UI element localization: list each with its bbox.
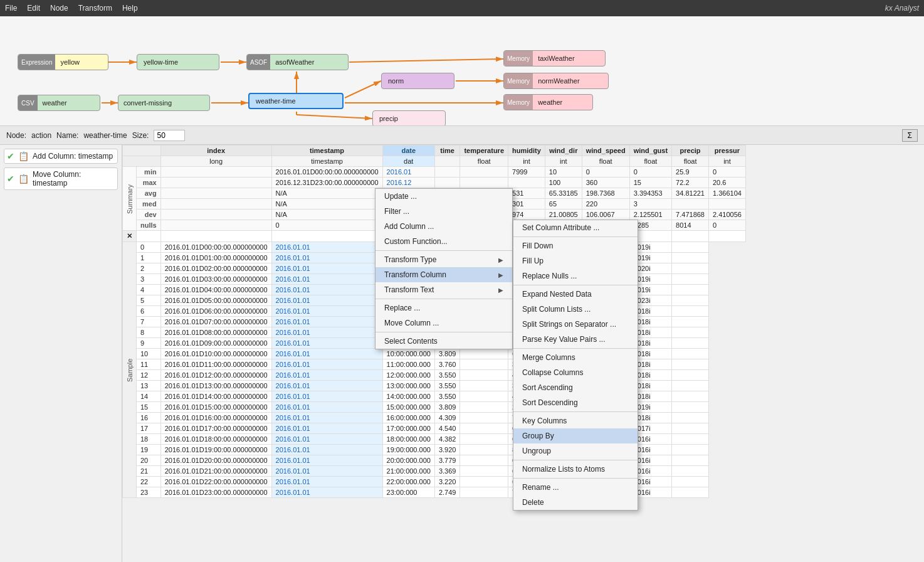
- menu-transform[interactable]: Transform: [78, 4, 112, 13]
- node-weather-time[interactable]: weather-time: [248, 93, 344, 109]
- table-row[interactable]: 212016.01.01D21:00:00.0000000002016.01.0…: [123, 466, 746, 477]
- scmenu-key-columns[interactable]: Key Columns: [513, 413, 638, 428]
- menu-help[interactable]: Help: [122, 4, 138, 13]
- scmenu-normalize-lists[interactable]: Normalize Lists to Atoms: [513, 462, 638, 477]
- cmenu-transform-text[interactable]: Transform Text ▶: [375, 282, 512, 297]
- col-header-index[interactable]: index: [160, 146, 271, 156]
- col-header-humidity[interactable]: humidity: [508, 146, 545, 156]
- table-row[interactable]: 142016.01.01D14:00:00.0000000002016.01.0…: [123, 391, 746, 402]
- col-header-temperature[interactable]: temperature: [460, 146, 508, 156]
- scmenu-delete-label: Delete: [522, 498, 544, 507]
- summary-min-windgust: 0: [629, 167, 671, 178]
- cmenu-filter[interactable]: Filter ...: [375, 204, 512, 219]
- cmenu-sep-3: [375, 332, 512, 332]
- scmenu-merge-columns-label: Merge Columns: [522, 353, 575, 362]
- scmenu-replace-nulls[interactable]: Replace Nulls ...: [513, 268, 638, 284]
- menu-edit[interactable]: Edit: [27, 4, 40, 13]
- size-label-text: Size:: [132, 131, 149, 140]
- node-precip[interactable]: precip: [372, 110, 446, 126]
- node-memory-weather[interactable]: Memory weather: [503, 94, 593, 110]
- summary-max-windgust: 15: [629, 178, 671, 188]
- table-row[interactable]: 202016.01.01D20:00:00.0000000002016.01.0…: [123, 455, 746, 466]
- node-asof-weather[interactable]: ASOF asofWeather: [246, 54, 349, 70]
- scmenu-delete[interactable]: Delete: [513, 495, 638, 510]
- summary-dev-windspeed: 106.0067: [582, 209, 629, 220]
- node-norm[interactable]: norm: [381, 73, 454, 89]
- scmenu-key-columns-label: Key Columns: [522, 416, 567, 425]
- summary-dev-timestamp: N/A: [271, 209, 382, 220]
- cmenu-move-column[interactable]: Move Column ...: [375, 315, 512, 331]
- scmenu-sort-descending[interactable]: Sort Descending: [513, 395, 638, 410]
- col-header-pressur[interactable]: pressur: [709, 146, 746, 156]
- table-row[interactable]: 192016.01.01D19:00:00.0000000002016.01.0…: [123, 445, 746, 455]
- summary-row-min: Summary min 2016.01.01D00:00:00.00000000…: [123, 167, 746, 178]
- col-header-wind-gust[interactable]: wind_gust: [629, 146, 671, 156]
- cmenu-transform-column[interactable]: Transform Column ▶: [375, 267, 512, 282]
- cmenu-add-column[interactable]: Add Column ...: [375, 219, 512, 234]
- table-row[interactable]: 182016.01.01D18:00:00.0000000002016.01.0…: [123, 434, 746, 445]
- table-row[interactable]: 232016.01.01D23:00:00.0000000002016.01.0…: [123, 487, 746, 498]
- size-input[interactable]: [154, 130, 185, 141]
- node-name-taxi-weather: taxiWeather: [533, 53, 580, 63]
- col-header-timestamp[interactable]: timestamp: [271, 146, 382, 156]
- scmenu-rename[interactable]: Rename ...: [513, 480, 638, 495]
- table-row[interactable]: 112016.01.01D11:00:00.0000000002016.01.0…: [123, 359, 746, 370]
- node-name-norm: norm: [382, 76, 409, 86]
- col-header-date[interactable]: date: [382, 146, 434, 156]
- cmenu-select-contents[interactable]: Select Contents: [375, 334, 512, 349]
- col-header-precip[interactable]: precip: [672, 146, 709, 156]
- cmenu-custom-function[interactable]: Custom Function...: [375, 234, 512, 249]
- cmenu-update[interactable]: Update ...: [375, 189, 512, 204]
- table-row[interactable]: 122016.01.01D12:00:00.0000000002016.01.0…: [123, 370, 746, 381]
- scmenu-sort-ascending[interactable]: Sort Ascending: [513, 380, 638, 395]
- node-yellow-time[interactable]: yellow-time: [137, 54, 219, 70]
- scmenu-collapse-columns-label: Collapse Columns: [522, 368, 583, 377]
- node-memory-norm[interactable]: Memory normWeather: [503, 73, 609, 89]
- scmenu-group-by[interactable]: Group By: [513, 428, 638, 443]
- cmenu-replace[interactable]: Replace ...: [375, 300, 512, 315]
- table-row[interactable]: 102016.01.01D10:00:00.0000000002016.01.0…: [123, 349, 746, 359]
- col-header-wind-speed[interactable]: wind_speed: [582, 146, 629, 156]
- summary-min-windspeed: 0: [582, 167, 629, 178]
- type-wind-speed: float: [582, 156, 629, 167]
- node-name-weather-time: weather-time: [249, 96, 301, 106]
- summary-dev-winddir: 21.00805: [545, 209, 582, 220]
- summary-min-index: [160, 167, 271, 178]
- cmenu-transform-type-arrow: ▶: [498, 257, 503, 263]
- scmenu-ungroup[interactable]: Ungroup: [513, 443, 638, 459]
- action-move-column[interactable]: ✔ 📋 Move Column: timestamp: [4, 167, 118, 190]
- table-row[interactable]: 172016.01.01D17:00:00.0000000002016.01.0…: [123, 423, 746, 434]
- summary-min-date: 2016.01: [382, 167, 434, 178]
- scmenu-sep-1: [513, 236, 638, 237]
- node-label-text: Node:: [6, 131, 26, 140]
- scmenu-fill-down[interactable]: Fill Down: [513, 238, 638, 253]
- node-memory-taxi[interactable]: Memory taxiWeather: [503, 50, 606, 66]
- summary-dev-windgust: 2.125501: [629, 209, 671, 220]
- menu-node[interactable]: Node: [50, 4, 68, 13]
- table-row[interactable]: 132016.01.01D13:00:00.0000000002016.01.0…: [123, 381, 746, 391]
- node-convert-missing[interactable]: convert-missing: [118, 95, 210, 111]
- table-row[interactable]: 162016.01.01D16:00:00.0000000002016.01.0…: [123, 413, 746, 423]
- sigma-button[interactable]: Σ: [902, 129, 918, 142]
- node-name-asof-weather: asofWeather: [270, 57, 319, 67]
- summary-avg-timestamp: N/A: [271, 188, 382, 199]
- scmenu-parse-key-value-label: Parse Key Value Pairs ...: [522, 335, 606, 344]
- scmenu-set-col-attr[interactable]: Set Column Attribute ...: [513, 220, 638, 235]
- col-header-wind-dir[interactable]: wind_dir: [545, 146, 582, 156]
- node-expression-yellow[interactable]: Expression yellow: [18, 54, 108, 70]
- node-csv-weather[interactable]: CSV weather: [18, 95, 100, 111]
- table-row[interactable]: 152016.01.01D15:00:00.0000000002016.01.0…: [123, 402, 746, 413]
- scmenu-collapse-columns[interactable]: Collapse Columns: [513, 365, 638, 380]
- col-header-time[interactable]: time: [434, 146, 460, 156]
- scmenu-merge-columns[interactable]: Merge Columns: [513, 350, 638, 365]
- menu-file[interactable]: File: [5, 4, 17, 13]
- scmenu-fill-up[interactable]: Fill Up: [513, 253, 638, 268]
- summary-max-temp: [460, 178, 508, 188]
- summary-max-timestamp: 2016.12.31D23:00:00.000000000: [271, 178, 382, 188]
- action-add-column[interactable]: ✔ 📋 Add Column: timestamp: [4, 149, 118, 164]
- cmenu-transform-type[interactable]: Transform Type ▶: [375, 252, 512, 267]
- summary-avg-windspeed: 198.7368: [582, 188, 629, 199]
- summary-med-index: [160, 199, 271, 209]
- summary-avg-winddir: 65.33185: [545, 188, 582, 199]
- table-row[interactable]: 222016.01.01D22:00:00.0000000002016.01.0…: [123, 477, 746, 487]
